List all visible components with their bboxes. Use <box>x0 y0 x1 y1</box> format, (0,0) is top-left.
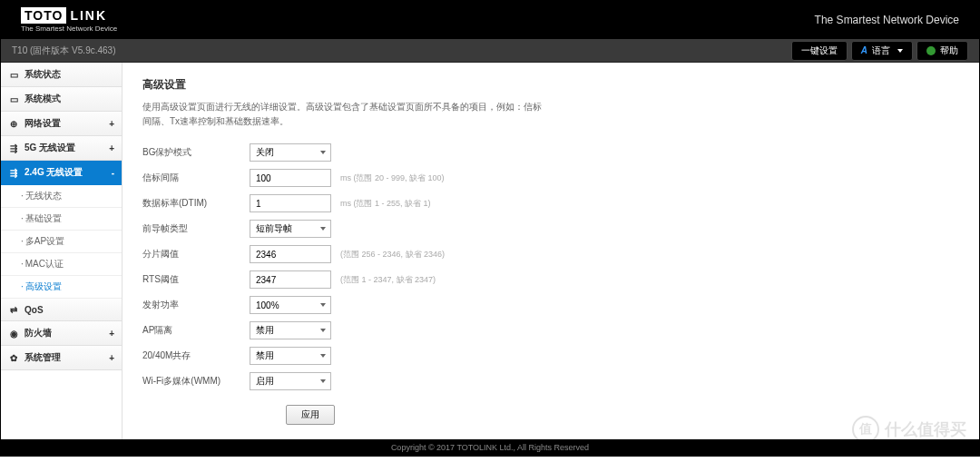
txpower-select[interactable] <box>250 296 331 314</box>
lang-icon: A <box>861 45 867 55</box>
preamble-label: 前导帧类型 <box>142 222 250 235</box>
shield-icon: ◉ <box>8 328 19 339</box>
sidebar-item-status[interactable]: ▭系统状态 <box>1 63 122 87</box>
rts-hint: (范围 1 - 2347, 缺省 2347) <box>340 274 436 286</box>
globe-icon: ⊕ <box>8 118 19 129</box>
expand-icon: + <box>109 353 114 363</box>
frag-input[interactable] <box>250 245 331 263</box>
apisolate-select[interactable] <box>250 321 331 339</box>
apply-button[interactable]: 应用 <box>286 405 335 425</box>
coexist-select[interactable] <box>250 347 331 365</box>
firmware-text: T10 (固件版本 V5.9c.463) <box>12 44 115 57</box>
preamble-select[interactable] <box>250 220 331 238</box>
dtim-label: 数据标率(DTIM) <box>142 197 250 210</box>
bg-protect-label: BG保护模式 <box>142 146 250 159</box>
header-slogan: The Smartest Network Device <box>815 14 959 26</box>
toolbar: 一键设置 A 语言 帮助 <box>791 41 968 61</box>
quick-setup-button[interactable]: 一键设置 <box>791 41 848 61</box>
wmm-label: Wi-Fi多媒体(WMM) <box>142 375 250 388</box>
logo-part2: LINK <box>70 8 107 23</box>
sidebar-item-24g[interactable]: ⇶2.4G 无线设置 - <box>1 161 122 185</box>
rts-input[interactable] <box>250 270 331 289</box>
header: TOTO LINK The Smartest Network Device Th… <box>1 1 979 39</box>
brand-logo: TOTO LINK The Smartest Network Device <box>21 7 117 33</box>
dtim-hint: ms (范围 1 - 255, 缺省 1) <box>340 198 431 210</box>
expand-icon: + <box>109 143 114 153</box>
quick-label: 一键设置 <box>801 44 838 57</box>
page-description: 使用高级设置页面进行无线的详细设置。高级设置包含了基础设置页面所不具备的项目，例… <box>142 100 542 129</box>
mode-icon: ▭ <box>8 93 19 104</box>
sidebar-item-sysmgmt[interactable]: ✿系统管理 + <box>1 346 122 370</box>
coexist-label: 20/40M共存 <box>142 349 250 362</box>
help-label: 帮助 <box>940 44 958 57</box>
frag-label: 分片阈值 <box>142 248 250 261</box>
dtim-input[interactable] <box>250 194 331 212</box>
content-area: 高级设置 使用高级设置页面进行无线的详细设置。高级设置包含了基础设置页面所不具备… <box>122 63 979 439</box>
logo-part1: TOTO <box>21 7 66 24</box>
footer: Copyright © 2017 TOTOLINK Ltd., All Righ… <box>1 439 979 456</box>
frag-hint: (范围 256 - 2346, 缺省 2346) <box>340 249 445 261</box>
subitem-basic[interactable]: 基础设置 <box>1 208 122 231</box>
subitem-multiap[interactable]: 多AP设置 <box>1 231 122 253</box>
lang-label: 语言 <box>872 44 890 57</box>
help-button[interactable]: 帮助 <box>916 41 968 61</box>
rts-label: RTS阈值 <box>142 273 250 286</box>
sidebar-item-5g[interactable]: ⇶5G 无线设置 + <box>1 136 122 161</box>
wifi-icon: ⇶ <box>8 167 19 178</box>
subitem-wireless-status[interactable]: 无线状态 <box>1 185 122 208</box>
bg-protect-select[interactable] <box>250 143 331 162</box>
sidebar-item-firewall[interactable]: ◉防火墙 + <box>1 321 122 346</box>
beacon-hint: ms (范围 20 - 999, 缺省 100) <box>340 172 445 184</box>
subitem-advanced[interactable]: 高级设置 <box>1 276 122 299</box>
beacon-label: 信标间隔 <box>142 172 250 184</box>
beacon-input[interactable] <box>250 169 331 187</box>
expand-icon: + <box>109 329 114 339</box>
qos-icon: ⇄ <box>8 304 19 315</box>
txpower-label: 发射功率 <box>142 299 250 311</box>
collapse-icon: - <box>112 168 114 178</box>
subitem-mac[interactable]: MAC认证 <box>1 253 122 276</box>
expand-icon: + <box>109 119 114 129</box>
page-title: 高级设置 <box>142 77 959 93</box>
chevron-down-icon <box>897 49 903 53</box>
wifi-icon: ⇶ <box>8 143 19 153</box>
sidebar-item-mode[interactable]: ▭系统模式 <box>1 87 122 112</box>
gear-icon: ✿ <box>8 352 19 363</box>
help-icon <box>926 46 936 55</box>
sidebar: ▭系统状态 ▭系统模式 ⊕网络设置 + ⇶5G 无线设置 + ⇶2.4G 无线设… <box>1 63 122 439</box>
sidebar-item-network[interactable]: ⊕网络设置 + <box>1 112 122 136</box>
logo-tagline: The Smartest Network Device <box>21 25 117 33</box>
language-button[interactable]: A 语言 <box>851 41 913 61</box>
subheader: T10 (固件版本 V5.9c.463) 一键设置 A 语言 帮助 <box>1 39 979 63</box>
monitor-icon: ▭ <box>8 69 19 80</box>
wmm-select[interactable] <box>250 372 331 390</box>
apisolate-label: AP隔离 <box>142 324 250 337</box>
sidebar-item-qos[interactable]: ⇄QoS <box>1 299 122 321</box>
